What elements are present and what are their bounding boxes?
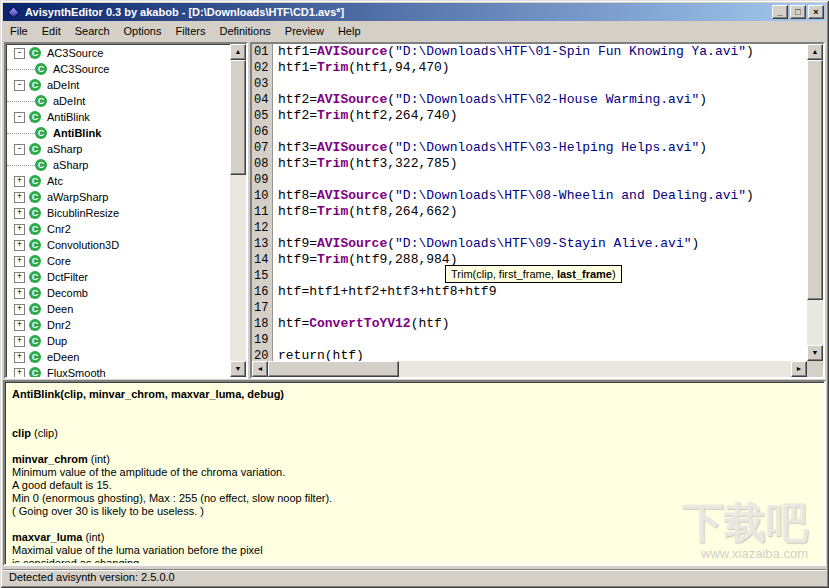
code-line-08[interactable]: 08htf3=Trim(htf3,322,785) <box>252 156 807 172</box>
code-line-07[interactable]: 07htf3=AVISource("D:\Downloads\HTF\03-He… <box>252 140 807 156</box>
tree-item-label: DctFilter <box>45 271 90 283</box>
code-line-01[interactable]: 01htf1=AVISource("D:\Downloads\HTF\01-Sp… <box>252 44 807 60</box>
code-line-03[interactable]: 03 <box>252 76 807 92</box>
title-bar[interactable]: AvisynthEditor 0.3 by akabob - [D:\Downl… <box>3 3 826 21</box>
tree-item-Dnr2[interactable]: +CDnr2 <box>7 317 230 333</box>
code-line-18[interactable]: 18htf=ConvertToYV12(htf) <box>252 316 807 332</box>
minimize-button[interactable]: _ <box>772 5 788 19</box>
tree-scrollbar-thumb[interactable] <box>230 60 246 175</box>
help-line <box>12 440 817 453</box>
menu-definitions[interactable]: Definitions <box>212 23 277 39</box>
expand-toggle-icon[interactable]: + <box>14 320 25 331</box>
editor-hscrollbar-thumb[interactable] <box>268 361 399 377</box>
expand-toggle-icon[interactable]: + <box>14 240 25 251</box>
tree-item-AC3Source[interactable]: CAC3Source <box>7 61 230 77</box>
line-number: 15 <box>252 268 273 284</box>
editor-vertical-scrollbar[interactable]: ▲ ▼ <box>807 44 823 361</box>
expand-toggle-icon[interactable]: + <box>14 352 25 363</box>
status-bar: Detected avisynth version: 2.5.0.0 <box>3 569 826 585</box>
menu-filters[interactable]: Filters <box>168 23 212 39</box>
tree-item-eDeen[interactable]: +CeDeen <box>7 349 230 365</box>
code-text: return(htf) <box>273 348 364 361</box>
tree-item-AC3Source[interactable]: -CAC3Source <box>7 45 230 61</box>
tree-item-aDeInt[interactable]: CaDeInt <box>7 93 230 109</box>
tree-item-aSharp[interactable]: CaSharp <box>7 157 230 173</box>
code-line-04[interactable]: 04htf2=AVISource("D:\Downloads\HTF\02-Ho… <box>252 92 807 108</box>
scrollbar-corner <box>807 361 823 377</box>
code-line-16[interactable]: 16htf=htf1+htf2+htf3+htf8+htf9 <box>252 284 807 300</box>
tree-item-Cnr2[interactable]: +CCnr2 <box>7 221 230 237</box>
menu-search[interactable]: Search <box>68 23 117 39</box>
menu-file[interactable]: File <box>3 23 35 39</box>
scroll-right-icon[interactable]: ► <box>791 361 807 377</box>
expand-toggle-icon[interactable]: + <box>14 368 25 378</box>
code-line-19[interactable]: 19 <box>252 332 807 348</box>
tree-vertical-scrollbar[interactable]: ▲ ▼ <box>230 44 246 377</box>
tree-item-label: aSharp <box>45 143 84 155</box>
expand-toggle-icon[interactable]: + <box>14 304 25 315</box>
menu-options[interactable]: Options <box>117 23 169 39</box>
code-line-20[interactable]: 20return(htf) <box>252 348 807 361</box>
menu-edit[interactable]: Edit <box>35 23 68 39</box>
tree-item-BicublinResize[interactable]: +CBicublinResize <box>7 205 230 221</box>
tree-item-FluxSmooth[interactable]: +CFluxSmooth <box>7 365 230 377</box>
expand-toggle-icon[interactable]: + <box>14 192 25 203</box>
tree-item-Convolution3D[interactable]: +CConvolution3D <box>7 237 230 253</box>
tree-item-AntiBlink[interactable]: -CAntiBlink <box>7 109 230 125</box>
expand-toggle-icon[interactable]: + <box>14 176 25 187</box>
maximize-button[interactable]: □ <box>790 5 806 19</box>
expand-toggle-icon[interactable]: + <box>14 224 25 235</box>
tree-item-label: BicublinResize <box>45 207 121 219</box>
tree-item-Deen[interactable]: +CDeen <box>7 301 230 317</box>
close-button[interactable]: × <box>808 5 824 19</box>
code-line-02[interactable]: 02htf1=Trim(htf1,94,470) <box>252 60 807 76</box>
tree-item-Core[interactable]: +CCore <box>7 253 230 269</box>
expand-toggle-icon[interactable]: + <box>14 256 25 267</box>
scroll-down-icon[interactable]: ▼ <box>807 345 823 361</box>
expand-toggle-icon[interactable]: + <box>14 272 25 283</box>
scroll-up-icon[interactable]: ▲ <box>807 44 823 60</box>
collapse-toggle-icon[interactable]: - <box>14 80 25 91</box>
expand-toggle-icon[interactable]: + <box>14 208 25 219</box>
tree-connector <box>7 165 35 166</box>
menu-preview[interactable]: Preview <box>278 23 331 39</box>
collapse-toggle-icon[interactable]: - <box>14 48 25 59</box>
code-editor[interactable]: 01htf1=AVISource("D:\Downloads\HTF\01-Sp… <box>252 44 807 361</box>
scroll-left-icon[interactable]: ◄ <box>252 361 268 377</box>
line-number: 14 <box>252 252 273 268</box>
tree-item-aWarpSharp[interactable]: +CaWarpSharp <box>7 189 230 205</box>
line-number: 13 <box>252 236 273 252</box>
tree-item-aSharp[interactable]: -CaSharp <box>7 141 230 157</box>
filter-category-icon: C <box>29 47 41 59</box>
menu-help[interactable]: Help <box>331 23 368 39</box>
code-line-06[interactable]: 06 <box>252 124 807 140</box>
code-line-17[interactable]: 17 <box>252 300 807 316</box>
code-text: htf8=AVISource("D:\Downloads\HTF\08-Whee… <box>273 188 754 204</box>
tree-item-Decomb[interactable]: +CDecomb <box>7 285 230 301</box>
tree-item-label: Dnr2 <box>45 319 73 331</box>
tree-item-aDeInt[interactable]: -CaDeInt <box>7 77 230 93</box>
code-line-13[interactable]: 13htf9=AVISource("D:\Downloads\HTF\09-St… <box>252 236 807 252</box>
collapse-toggle-icon[interactable]: - <box>14 144 25 155</box>
scroll-down-icon[interactable]: ▼ <box>230 361 246 377</box>
collapse-toggle-icon[interactable]: - <box>14 112 25 123</box>
tree-item-label: AC3Source <box>45 47 105 59</box>
expand-toggle-icon[interactable]: + <box>14 336 25 347</box>
tree-item-AntiBlink[interactable]: CAntiBlink <box>7 125 230 141</box>
code-line-12[interactable]: 12 <box>252 220 807 236</box>
scroll-up-icon[interactable]: ▲ <box>230 44 246 60</box>
editor-horizontal-scrollbar[interactable]: ◄ ► <box>252 361 807 377</box>
help-line <box>12 401 817 414</box>
filter-category-icon: C <box>29 223 41 235</box>
expand-toggle-icon[interactable]: + <box>14 288 25 299</box>
code-line-05[interactable]: 05htf2=Trim(htf2,264,740) <box>252 108 807 124</box>
help-line: Maximal value of the luma variation befo… <box>12 544 817 557</box>
editor-vscrollbar-thumb[interactable] <box>807 60 823 300</box>
code-line-10[interactable]: 10htf8=AVISource("D:\Downloads\HTF\08-Wh… <box>252 188 807 204</box>
tree-item-Dup[interactable]: +CDup <box>7 333 230 349</box>
code-line-11[interactable]: 11htf8=Trim(htf8,264,662) <box>252 204 807 220</box>
code-line-09[interactable]: 09 <box>252 172 807 188</box>
tree-item-Atc[interactable]: +CAtc <box>7 173 230 189</box>
tree-item-DctFilter[interactable]: +CDctFilter <box>7 269 230 285</box>
status-text: Detected avisynth version: 2.5.0.0 <box>9 571 175 583</box>
